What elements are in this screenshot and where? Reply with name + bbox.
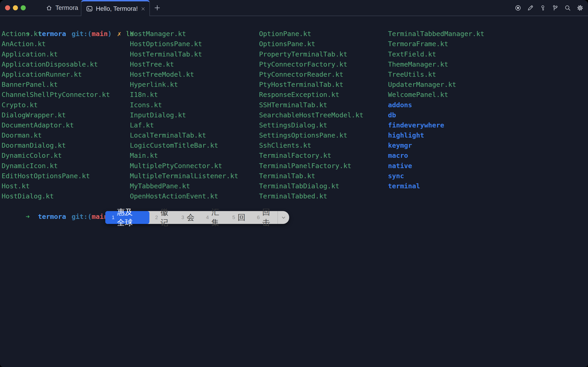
- prompt-line-2: ➜termoragit:(main)✗中文之美hui ji quan qiu: [2, 201, 588, 211]
- record-icon[interactable]: [514, 4, 522, 12]
- file-entry: Actions.kt: [2, 29, 130, 39]
- file-entry: Crypto.kt: [2, 100, 130, 110]
- empty-cell: [388, 191, 588, 201]
- candidate-text: 汇集: [212, 207, 221, 228]
- key-icon[interactable]: [539, 4, 547, 12]
- file-entry: I18n.kt: [130, 90, 259, 100]
- zoom-window-button[interactable]: [21, 5, 26, 10]
- dir-entry: keymgr: [388, 140, 588, 150]
- keychain-icon[interactable]: [551, 4, 559, 12]
- file-entry: PtyHostTerminalTab.kt: [259, 79, 388, 90]
- file-entry: Hyperlink.kt: [130, 79, 259, 90]
- close-window-button[interactable]: [5, 5, 10, 10]
- file-entry: ApplicationRunner.kt: [2, 69, 130, 79]
- file-entry: EditHostOptionsPane.kt: [2, 171, 130, 181]
- file-entry: SettingsDialog.kt: [259, 120, 388, 130]
- tab-close-button[interactable]: [140, 6, 146, 11]
- dir-entry: sync: [388, 171, 588, 181]
- ime-candidate-4[interactable]: 4汇集: [200, 211, 226, 224]
- ime-candidate-3[interactable]: 3会: [176, 211, 200, 224]
- settings-icon[interactable]: [576, 4, 584, 12]
- file-entry: HostManager.kt: [130, 29, 259, 39]
- plus-icon: [154, 4, 161, 11]
- file-entry: SSHTerminalTab.kt: [259, 100, 388, 110]
- file-entry: MultiplePtyConnector.kt: [130, 161, 259, 171]
- candidate-text: 惠及全球: [117, 207, 137, 228]
- file-entry: TreeUtils.kt: [388, 69, 588, 79]
- file-entry: Doorman.kt: [2, 130, 130, 140]
- toolbar: [514, 0, 584, 16]
- file-entry: LogicCustomTitleBar.kt: [130, 140, 259, 150]
- ime-candidate-6[interactable]: 6回击: [251, 211, 277, 224]
- dir-entry: addons: [388, 100, 588, 110]
- file-entry: PropertyTerminalTab.kt: [259, 49, 388, 59]
- candidate-index: 3: [181, 215, 184, 220]
- candidate-text: 回: [238, 212, 246, 223]
- chevron-down-icon[interactable]: [278, 211, 290, 224]
- ime-candidate-2[interactable]: 2徽记: [149, 211, 176, 224]
- tab-hello-termora[interactable]: Hello, Termora!: [81, 0, 150, 16]
- candidate-index: 6: [257, 215, 260, 220]
- terminal-icon: [86, 5, 93, 12]
- file-entry: DialogWrapper.kt: [2, 110, 130, 120]
- file-entry: DynamicIcon.kt: [2, 161, 130, 171]
- file-entry: BannerPanel.kt: [2, 79, 130, 90]
- file-entry: ApplicationDisposable.kt: [2, 59, 130, 69]
- ime-candidate-1[interactable]: 1惠及全球: [105, 211, 149, 224]
- file-entry: ResponseException.kt: [259, 90, 388, 100]
- ime-candidates: 1惠及全球2徽记3会4汇集5回6回击: [105, 211, 277, 224]
- file-entry: Host.kt: [2, 181, 130, 191]
- file-entry: InputDialog.kt: [130, 110, 259, 120]
- edit-icon[interactable]: [526, 4, 534, 12]
- terminal-output: ➜termoragit:(main)✗ls Actions.ktHostMana…: [0, 16, 588, 367]
- title-bar: Termora Hello, Termora!: [0, 0, 588, 16]
- file-entry: Main.kt: [130, 150, 259, 160]
- home-tab[interactable]: Termora: [46, 0, 78, 16]
- file-entry: TerminalTabbedManager.kt: [388, 29, 588, 39]
- file-entry: SearchableHostTreeModel.kt: [259, 110, 388, 120]
- file-entry: SshClients.kt: [259, 140, 388, 150]
- candidate-index: 1: [112, 215, 114, 220]
- file-entry: MultipleTerminalListener.kt: [130, 171, 259, 181]
- file-entry: OptionsPane.kt: [259, 39, 388, 49]
- minimize-window-button[interactable]: [13, 5, 18, 10]
- file-entry: Application.kt: [2, 49, 130, 59]
- prompt-cwd: termora: [38, 213, 66, 220]
- file-entry: TerminalTab.kt: [259, 171, 388, 181]
- file-entry: Laf.kt: [130, 120, 259, 130]
- file-entry: PtyConnectorFactory.kt: [259, 59, 388, 69]
- file-entry: TermoraFrame.kt: [388, 39, 588, 49]
- dir-entry: macro: [388, 150, 588, 160]
- dir-entry: terminal: [388, 181, 588, 191]
- candidate-text: 会: [187, 212, 195, 223]
- file-entry: Icons.kt: [130, 100, 259, 110]
- ime-candidate-5[interactable]: 5回: [226, 211, 251, 224]
- prompt-arrow: ➜: [26, 213, 30, 220]
- file-entry: SettingsOptionsPane.kt: [259, 130, 388, 140]
- file-entry: HostTerminalTab.kt: [130, 49, 259, 59]
- file-entry: AnAction.kt: [2, 39, 130, 49]
- home-icon: [46, 5, 52, 11]
- file-entry: ChannelShellPtyConnector.kt: [2, 90, 130, 100]
- tab-label: Hello, Termora!: [96, 5, 137, 12]
- file-entry: DynamicColor.kt: [2, 150, 130, 160]
- candidate-index: 4: [206, 215, 209, 220]
- home-tab-label: Termora: [55, 4, 78, 11]
- file-entry: OptionPane.kt: [259, 29, 388, 39]
- file-entry: MyTabbedPane.kt: [130, 181, 259, 191]
- file-entry: TerminalTabbed.kt: [259, 191, 388, 201]
- file-entry: HostOptionsPane.kt: [130, 39, 259, 49]
- dir-entry: findeverywhere: [388, 120, 588, 130]
- file-entry: TerminalPanelFactory.kt: [259, 161, 388, 171]
- file-entry: PtyConnectorReader.kt: [259, 69, 388, 79]
- candidate-index: 5: [232, 215, 235, 220]
- candidate-index: 2: [155, 215, 158, 220]
- file-entry: ThemeManager.kt: [388, 59, 588, 69]
- file-entry: HostTree.kt: [130, 59, 259, 69]
- search-icon[interactable]: [564, 4, 571, 12]
- new-tab-button[interactable]: [150, 0, 165, 16]
- file-entry: TerminalFactory.kt: [259, 150, 388, 160]
- file-entry: UpdaterManager.kt: [388, 79, 588, 90]
- file-entry: HostTreeModel.kt: [130, 69, 259, 79]
- file-entry: OpenHostActionEvent.kt: [130, 191, 259, 201]
